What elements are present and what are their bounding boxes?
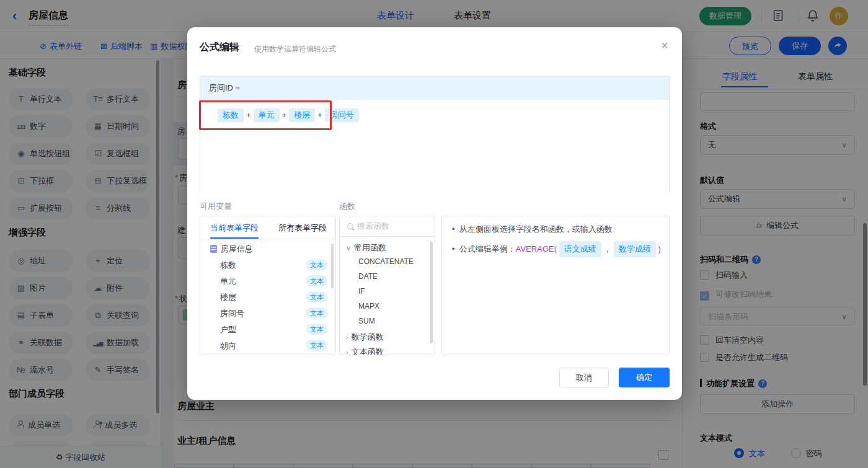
plus-operator: + (317, 110, 322, 120)
tip-line: • 从左侧面板选择字段名和函数，或输入函数 (452, 224, 613, 235)
plus-operator: + (246, 110, 251, 120)
type-badge: 文本 (306, 324, 328, 335)
function-name: AVERAGE( (516, 244, 557, 254)
group-math-functions[interactable]: ›数学函数 (346, 332, 384, 343)
formula-chip[interactable]: 房间号 (325, 108, 359, 122)
caret-right-icon: › (346, 348, 348, 355)
close-icon[interactable]: × (661, 38, 668, 53)
group-text-functions[interactable]: ›文本函数 (346, 347, 384, 355)
function-item[interactable]: IF (358, 287, 365, 296)
formula-target: 房间ID = (200, 76, 669, 100)
formula-chip[interactable]: 栋数 (218, 108, 244, 122)
divider (200, 239, 335, 239)
type-badge: 文本 (306, 307, 328, 319)
search-icon (347, 223, 355, 231)
confirm-button[interactable]: 确定 (619, 368, 670, 387)
type-badge: 文本 (306, 275, 328, 286)
example-chip: 语文成绩 (559, 241, 601, 257)
formula-editor: 房间ID = 栋数+单元+楼层+房间号 (200, 76, 670, 193)
tab-current-form-fields[interactable]: 当前表单字段 (210, 223, 259, 234)
group-common-functions[interactable]: ∨常用函数 (346, 242, 386, 254)
function-item[interactable]: CONCATENATE (358, 257, 414, 266)
function-item[interactable]: DATE (358, 272, 378, 281)
function-search-input[interactable] (357, 221, 428, 231)
modal-title: 公式编辑 (200, 41, 239, 54)
functions-label: 函数 (339, 201, 355, 212)
tab-all-form-fields[interactable]: 所有表单字段 (278, 223, 327, 234)
plus-operator: + (282, 110, 287, 120)
variable-row[interactable]: 朝向 (220, 340, 236, 351)
variable-row[interactable]: 户型 (220, 324, 236, 335)
form-doc-icon (210, 245, 217, 253)
cancel-button[interactable]: 取消 (559, 368, 609, 387)
example-chip: 数学成绩 (614, 241, 656, 257)
variable-row[interactable]: 单元 (220, 276, 236, 287)
formula-edit-modal: 公式编辑 使用数学运算符编辑公式 × 房间ID = 栋数+单元+楼层+房间号 可… (187, 27, 682, 400)
variable-row[interactable]: 栋数 (220, 260, 236, 271)
tips-panel: • 从左侧面板选择字段名和函数，或输入函数 • 公式编辑举例：AVERAGE( … (441, 216, 670, 355)
formula-chip[interactable]: 单元 (254, 108, 280, 122)
form-node[interactable]: 房屋信息 (210, 244, 253, 255)
formula-input-area[interactable]: 栋数+单元+楼层+房间号 (200, 100, 669, 194)
caret-down-icon: ∨ (346, 244, 351, 252)
type-badge: 文本 (306, 259, 328, 270)
type-badge: 文本 (306, 291, 328, 302)
divider (340, 236, 435, 237)
functions-scrollbar[interactable] (430, 241, 433, 343)
form-designer-app: ‹ 房屋信息 表单设计 表单设置 数据管理 作 ⊘表单外链 ⊠后端脚本 ▥数据权… (0, 0, 868, 468)
function-item[interactable]: MAPX (358, 302, 379, 311)
modal-subtitle: 使用数学运算符编辑公式 (254, 44, 336, 55)
variables-panel: 当前表单字段 所有表单字段 房屋信息 栋数文本 单元文本 楼层文本 房间号文本 … (200, 216, 336, 355)
variable-row[interactable]: 楼层 (220, 292, 236, 303)
caret-right-icon: › (346, 333, 348, 341)
variables-label: 可用变量 (200, 201, 232, 212)
type-badge: 文本 (306, 340, 328, 351)
variable-row[interactable]: 房间号 (220, 308, 244, 319)
function-item[interactable]: SUM (358, 317, 375, 325)
functions-panel: ∨常用函数 CONCATENATE DATE IF MAPX SUM ›数学函数… (339, 216, 435, 355)
formula-chip[interactable]: 楼层 (289, 108, 315, 122)
tip-example-line: • 公式编辑举例：AVERAGE( 语文成绩 ， 数学成绩 ) (452, 241, 661, 257)
variables-scrollbar[interactable] (331, 244, 334, 288)
